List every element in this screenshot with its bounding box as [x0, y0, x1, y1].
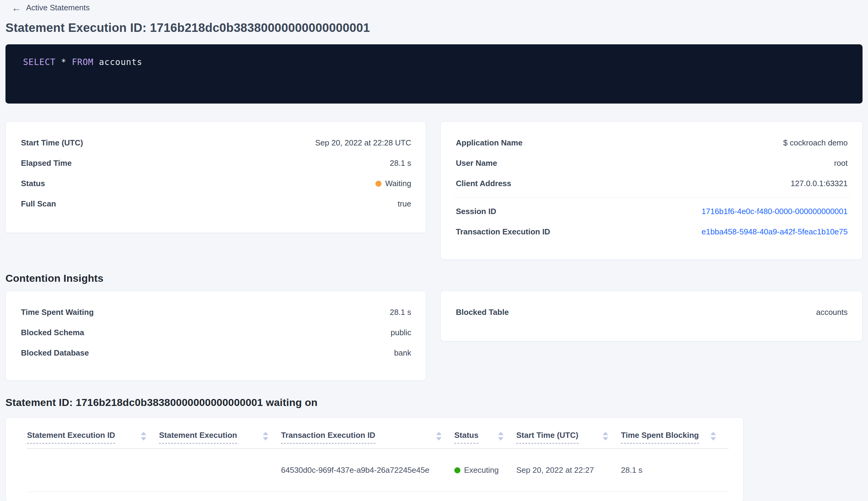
column-header-label[interactable]: Transaction Execution ID — [281, 430, 376, 444]
application-name-row: Application Name $ cockroach demo — [456, 133, 848, 153]
blocked-schema-row: Blocked Schema public — [21, 322, 411, 343]
back-link-label: Active Statements — [26, 3, 90, 12]
waiting-on-heading: Statement ID: 1716b218dc0b38380000000000… — [6, 396, 868, 408]
waiting-status-dot-icon — [376, 181, 381, 187]
cell-transaction-execution-id: 64530d0c-969f-437e-a9b4-26a72245e45e — [281, 466, 454, 475]
blocked-database-label: Blocked Database — [21, 348, 89, 358]
status-row: Status Waiting — [21, 173, 411, 194]
status-value: Waiting — [376, 179, 411, 188]
transaction-execution-id-link[interactable]: e1bba458-5948-40a9-a42f-5feac1b10e75 — [702, 227, 848, 236]
column-header-label[interactable]: Statement Execution — [159, 430, 237, 444]
page-title: Statement Execution ID: 1716b218dc0b3838… — [6, 21, 868, 35]
blocked-table-value: accounts — [816, 308, 848, 317]
column-header-status[interactable]: Status — [454, 430, 516, 444]
start-time-value: Sep 20, 2022 at 22:28 UTC — [315, 138, 411, 148]
contention-card: Time Spent Waiting 28.1 s Blocked Schema… — [6, 291, 426, 381]
sort-icon[interactable] — [603, 432, 608, 440]
session-id-row: Session ID 1716b1f6-4e0c-f480-0000-00000… — [456, 201, 848, 222]
blocked-table-row: Blocked Table accounts — [456, 302, 848, 322]
blocked-table-label: Blocked Table — [456, 308, 509, 317]
sort-icon[interactable] — [141, 432, 146, 440]
column-header-start-time[interactable]: Start Time (UTC) — [516, 430, 621, 444]
blocked-database-row: Blocked Database bank — [21, 343, 411, 363]
user-name-label: User Name — [456, 159, 497, 168]
contention-insights-heading: Contention Insights — [6, 273, 868, 284]
sql-text: accounts — [94, 57, 142, 67]
cell-start-time: Sep 20, 2022 at 22:27 — [516, 466, 621, 475]
sort-icon[interactable] — [498, 432, 503, 440]
waiting-on-table: Statement Execution ID Statement Executi… — [6, 417, 744, 501]
elapsed-time-label: Elapsed Time — [21, 159, 72, 168]
blocked-table-card: Blocked Table accounts — [441, 291, 862, 341]
blocked-database-value: bank — [394, 348, 411, 358]
column-header-transaction-execution-id[interactable]: Transaction Execution ID — [281, 430, 454, 444]
full-scan-value: true — [398, 199, 411, 209]
back-link[interactable]: ← Active Statements — [12, 3, 868, 12]
column-header-label[interactable]: Status — [454, 430, 478, 444]
cell-time-spent-blocking: 28.1 s — [621, 466, 729, 475]
time-spent-waiting-row: Time Spent Waiting 28.1 s — [21, 302, 411, 322]
elapsed-time-row: Elapsed Time 28.1 s — [21, 153, 411, 173]
session-card: Application Name $ cockroach demo User N… — [441, 121, 862, 259]
column-header-label[interactable]: Time Spent Blocking — [621, 430, 699, 444]
contention-cards-row: Time Spent Waiting 28.1 s Blocked Schema… — [6, 291, 862, 381]
executing-status-dot-icon — [454, 467, 460, 473]
start-time-row: Start Time (UTC) Sep 20, 2022 at 22:28 U… — [21, 133, 411, 153]
user-name-row: User Name root — [456, 153, 848, 173]
summary-cards-row: Start Time (UTC) Sep 20, 2022 at 22:28 U… — [6, 121, 862, 259]
blocked-schema-label: Blocked Schema — [21, 328, 84, 337]
sql-text: * — [56, 57, 72, 67]
session-id-label: Session ID — [456, 207, 496, 216]
sort-icon[interactable] — [263, 432, 268, 440]
status-text: Waiting — [385, 179, 411, 188]
start-time-label: Start Time (UTC) — [21, 138, 83, 148]
column-header-time-spent-blocking[interactable]: Time Spent Blocking — [621, 430, 729, 444]
sql-keyword: SELECT — [23, 57, 56, 67]
time-spent-waiting-label: Time Spent Waiting — [21, 308, 94, 317]
user-name-value: root — [834, 159, 848, 168]
sql-statement: SELECT * FROM accounts — [23, 57, 850, 67]
column-header-statement-execution-id[interactable]: Statement Execution ID — [27, 430, 159, 444]
transaction-execution-id-row: Transaction Execution ID e1bba458-5948-4… — [456, 222, 848, 242]
sql-statement-box: SELECT * FROM accounts — [6, 44, 862, 104]
status-label: Status — [21, 179, 45, 188]
column-header-statement-execution[interactable]: Statement Execution — [159, 430, 281, 444]
sort-icon[interactable] — [710, 432, 716, 440]
client-address-label: Client Address — [456, 179, 511, 188]
time-spent-waiting-value: 28.1 s — [390, 308, 411, 317]
elapsed-time-value: 28.1 s — [390, 159, 411, 168]
blocked-schema-value: public — [391, 328, 411, 337]
full-scan-label: Full Scan — [21, 199, 56, 209]
client-address-value: 127.0.0.1:63321 — [791, 179, 848, 188]
full-scan-row: Full Scan true — [21, 194, 411, 214]
cell-status: Executing — [454, 466, 516, 475]
column-header-label[interactable]: Statement Execution ID — [27, 430, 115, 444]
client-address-row: Client Address 127.0.0.1:63321 — [456, 173, 848, 194]
sql-keyword: FROM — [72, 57, 94, 67]
arrow-left-icon: ← — [12, 4, 21, 12]
column-header-label[interactable]: Start Time (UTC) — [516, 430, 578, 444]
application-name-label: Application Name — [456, 138, 523, 148]
table-header-row: Statement Execution ID Statement Executi… — [27, 418, 729, 449]
table-row: 64530d0c-969f-437e-a9b4-26a72245e45e Exe… — [27, 449, 729, 492]
session-id-link[interactable]: 1716b1f6-4e0c-f480-0000-000000000001 — [702, 207, 848, 216]
transaction-execution-id-label: Transaction Execution ID — [456, 227, 550, 236]
application-name-value: $ cockroach demo — [783, 138, 848, 148]
overview-card: Start Time (UTC) Sep 20, 2022 at 22:28 U… — [6, 121, 426, 233]
cell-status-text: Executing — [464, 466, 499, 475]
sort-icon[interactable] — [436, 432, 442, 440]
